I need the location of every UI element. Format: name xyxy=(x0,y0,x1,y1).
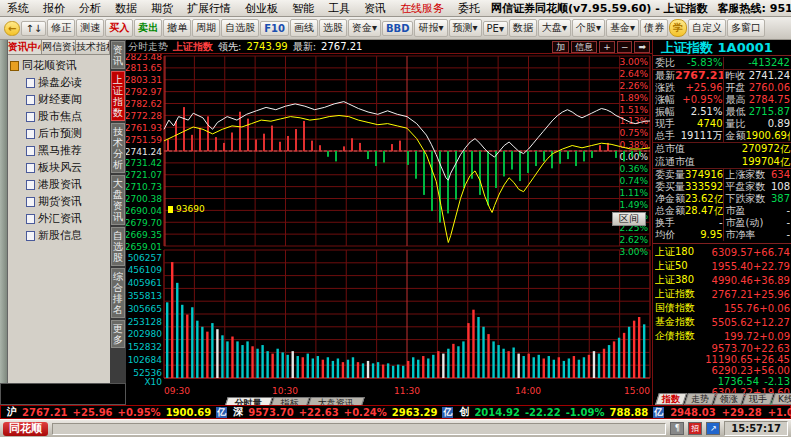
vtab-大盘资讯[interactable]: 大盘资讯 xyxy=(111,175,125,225)
tree-item-外汇资讯[interactable]: 外汇资讯 xyxy=(10,210,110,227)
index-row-9573.70[interactable]: 9573.70+22.63 xyxy=(655,343,790,354)
index-row-11190.65[interactable]: 11190.65+26.45 xyxy=(655,354,790,365)
chart-button-信息[interactable]: 信息 xyxy=(571,41,597,53)
vtab-自选股[interactable]: 自选股 xyxy=(111,227,125,266)
vtab-技术分析[interactable]: 技术分析 xyxy=(111,123,125,173)
index-row-国债指数[interactable]: 国债指数155.76+0.06 xyxy=(655,301,790,315)
toolbar-button-PE▾[interactable]: PE▾ xyxy=(483,21,508,36)
toolbar-button-多窗口[interactable]: 多窗口 xyxy=(727,19,765,37)
toolbar-button-撤单[interactable]: 撤单 xyxy=(163,19,191,37)
toolbar-button-周期[interactable]: 周期 xyxy=(192,19,220,37)
toolbar-button-卖出[interactable]: 卖出 xyxy=(134,19,162,37)
index-name: 企债指数 xyxy=(655,329,707,343)
time-label-14:00: 14:00 xyxy=(515,386,541,396)
toolbar-button-基金▾[interactable]: 基金▾ xyxy=(606,19,639,37)
menu-item-期货[interactable]: 期货 xyxy=(144,1,180,16)
index-row-6290.23[interactable]: 6290.23+56.00 xyxy=(655,365,790,376)
index-row-上证380[interactable]: 上证3804990.46+36.89 xyxy=(655,273,790,287)
sidebar-tab-技术指标[interactable]: 技术指标 xyxy=(76,40,110,54)
timeshare-chart[interactable]: 2823.482813.652803.312792.972782.622772.… xyxy=(126,54,652,386)
menu-item-创业板[interactable]: 创业板 xyxy=(238,1,285,16)
vtab-综合排名[interactable]: 综合排名 xyxy=(111,268,125,318)
app-logo[interactable]: 同花顺 xyxy=(3,422,48,436)
quote-label: 总金额 xyxy=(655,205,685,217)
panel-tab-现手[interactable]: 现手 xyxy=(742,393,774,405)
tree-item-板块风云[interactable]: 板块风云 xyxy=(10,159,110,176)
tree-item-财经要闻[interactable]: 财经要闻 xyxy=(10,91,110,108)
bottom-left-panel xyxy=(0,383,126,405)
menu-item-智能[interactable]: 智能 xyxy=(285,1,321,16)
toolbar-button-画线[interactable]: 画线 xyxy=(290,19,318,37)
menu-item-工具[interactable]: 工具 xyxy=(321,1,357,16)
menu-item-扩展行情[interactable]: 扩展行情 xyxy=(180,1,238,16)
quote-label: 委买量 xyxy=(655,181,685,193)
toolbar-button-←[interactable]: ← xyxy=(4,21,20,36)
tree-item-期货资讯[interactable]: 期货资讯 xyxy=(10,193,110,210)
index-change: +36.89 xyxy=(753,275,790,286)
toolbar-button-↑↓[interactable]: ↑↓ xyxy=(21,21,46,36)
panel-tab-领涨[interactable]: 领涨 xyxy=(713,393,745,405)
tree-root[interactable]: 同花顺资讯 xyxy=(10,57,110,74)
toolbar-button-数据[interactable]: 数据 xyxy=(509,19,537,37)
calendar-icon[interactable]: 招 xyxy=(688,422,702,435)
index-row-上证指数[interactable]: 上证指数2767.21+25.96 xyxy=(655,287,790,301)
share-icon[interactable]: ↗ xyxy=(706,422,720,435)
index-row-基金指数[interactable]: 基金指数5505.62+12.27 xyxy=(655,315,790,329)
index-change: -2.13 xyxy=(759,376,790,387)
toolbar-button-买入[interactable]: 买入 xyxy=(105,19,133,37)
tree-item-股市焦点[interactable]: 股市焦点 xyxy=(10,108,110,125)
menu-item-数据[interactable]: 数据 xyxy=(108,1,144,16)
toolbar-button-学[interactable]: 学 xyxy=(669,19,687,37)
tree-item-操盘必读[interactable]: 操盘必读 xyxy=(10,74,110,91)
menu-item-分析[interactable]: 分析 xyxy=(72,1,108,16)
chart-button-➡[interactable]: ➡ xyxy=(634,41,650,53)
tree-item-港股资讯[interactable]: 港股资讯 xyxy=(10,176,110,193)
toolbar-button-个股▾[interactable]: 个股▾ xyxy=(572,19,605,37)
toolbar-button-大盘▾[interactable]: 大盘▾ xyxy=(538,19,571,37)
menu-item-资讯[interactable]: 资讯 xyxy=(357,1,393,16)
toolbar-button-自选股[interactable]: 自选股 xyxy=(221,19,259,37)
index-row-1736.54[interactable]: 1736.54-2.13 xyxy=(655,376,790,387)
index-row-企债指数[interactable]: 企债指数199.72+0.09 xyxy=(655,329,790,343)
panel-tab-走势[interactable]: 走势 xyxy=(684,393,716,405)
left-scrollbar[interactable] xyxy=(0,40,8,383)
index-row-上证180[interactable]: 上证1806309.57+66.74 xyxy=(655,245,790,259)
chart-button-+[interactable]: + xyxy=(599,41,615,53)
sidebar-tab-网信资讯[interactable]: 网信资讯 xyxy=(42,40,76,54)
toolbar-button-BBD[interactable]: BBD xyxy=(382,21,414,36)
menu-item-系统[interactable]: 系统 xyxy=(0,1,36,16)
toolbar-button-选股[interactable]: 选股 xyxy=(319,19,347,37)
range-button[interactable]: 区间 xyxy=(612,212,646,226)
index-row-上证50[interactable]: 上证501955.40+22.79 xyxy=(655,259,790,273)
quote-row-现手: 现手4740量比0.89 xyxy=(653,118,791,130)
tree-item-后市预测[interactable]: 后市预测 xyxy=(10,125,110,142)
vtab-资讯[interactable]: 资讯 xyxy=(111,41,125,69)
vtab-上证指数[interactable]: 上证指数 xyxy=(111,71,125,121)
chart-button-−[interactable]: − xyxy=(617,41,633,53)
chart-button-加[interactable]: 加 xyxy=(552,41,569,53)
toolbar-button-债券[interactable]: 债券 xyxy=(640,19,668,37)
toolbar-button-资金▾[interactable]: 资金▾ xyxy=(348,19,381,37)
tree-item-黑马推荐[interactable]: 黑马推荐 xyxy=(10,142,110,159)
toolbar-button-F10[interactable]: F10 xyxy=(260,21,289,36)
menu-item-报价[interactable]: 报价 xyxy=(36,1,72,16)
toolbar-button-测速[interactable]: 测速 xyxy=(76,19,104,37)
index-change: +12.27 xyxy=(753,317,790,328)
doc-icon xyxy=(26,214,35,224)
toolbar-button-预测▾[interactable]: 预测▾ xyxy=(449,19,482,37)
toolbar-button-修正[interactable]: 修正 xyxy=(47,19,75,37)
menu-item-委托[interactable]: 委托 xyxy=(451,1,487,16)
quote-label: 换手 xyxy=(655,217,675,229)
announcement-icon[interactable]: ¶ xyxy=(670,422,684,435)
sidebar-tab-资讯中心[interactable]: 资讯中心 xyxy=(8,40,42,54)
vtab-更多[interactable]: 更多 xyxy=(111,320,125,348)
last-value: 2767.21 xyxy=(321,41,362,52)
ticker-unit: 亿 xyxy=(442,407,453,418)
quote-label: 委卖量 xyxy=(655,169,685,181)
panel-tab-指数[interactable]: 指数 xyxy=(655,393,687,405)
tree-item-新股信息[interactable]: 新股信息 xyxy=(10,227,110,244)
toolbar-button-研报▾[interactable]: 研报▾ xyxy=(414,19,447,37)
menu-item-在线服务[interactable]: 在线服务 xyxy=(393,1,451,16)
panel-tab-K线[interactable]: K线 xyxy=(771,393,791,405)
toolbar-button-自定义[interactable]: 自定义 xyxy=(688,19,726,37)
